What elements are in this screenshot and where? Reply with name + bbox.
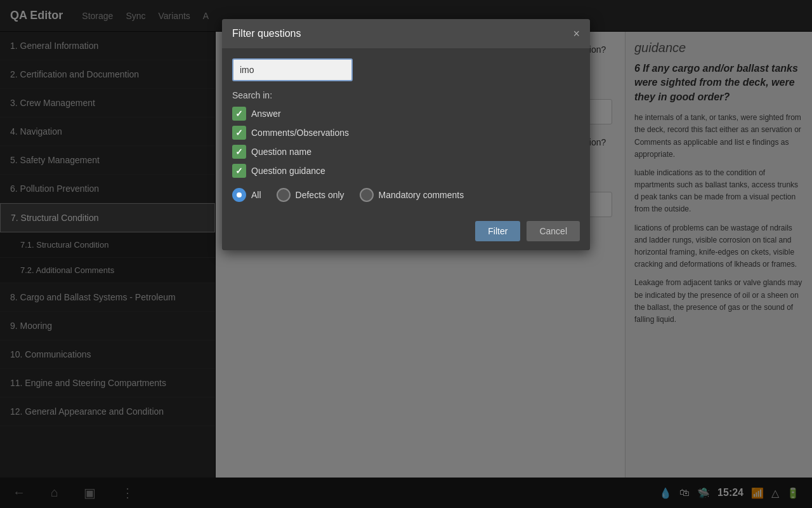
checkbox-comments-row[interactable]: Comments/Observations [232, 126, 580, 140]
filter-modal: Filter questions × Search in: Answer Com… [222, 19, 590, 250]
filter-mandatory-radio [360, 188, 374, 202]
checkbox-comments-label: Comments/Observations [251, 128, 349, 138]
filter-button[interactable]: Filter [475, 221, 520, 241]
checkbox-guidance-row[interactable]: Question guidance [232, 164, 580, 178]
modal-body: Search in: Answer Comments/Observations … [222, 48, 590, 212]
checkbox-answer[interactable] [232, 107, 246, 121]
checkbox-guidance[interactable] [232, 164, 246, 178]
modal-header: Filter questions × [222, 19, 590, 48]
modal-close-button[interactable]: × [573, 28, 580, 39]
checkbox-questionname[interactable] [232, 145, 246, 159]
cancel-button[interactable]: Cancel [527, 221, 580, 241]
checkbox-comments[interactable] [232, 126, 246, 140]
filter-mandatory-label: Mandatory comments [379, 190, 464, 200]
modal-search-input[interactable] [232, 58, 353, 81]
checkbox-answer-label: Answer [251, 109, 281, 119]
filter-all-radio [232, 188, 246, 202]
modal-overlay[interactable]: Filter questions × Search in: Answer Com… [0, 0, 812, 508]
modal-title: Filter questions [232, 28, 301, 39]
checkbox-guidance-label: Question guidance [251, 166, 325, 176]
checkbox-answer-row[interactable]: Answer [232, 107, 580, 121]
filter-all-label: All [251, 190, 261, 200]
filter-defects-radio [277, 188, 291, 202]
filter-radio-row: All Defects only Mandatory comments [232, 188, 580, 202]
filter-all-option[interactable]: All [232, 188, 261, 202]
checkbox-questionname-label: Question name [251, 147, 311, 157]
filter-defects-label: Defects only [296, 190, 344, 200]
checkbox-questionname-row[interactable]: Question name [232, 145, 580, 159]
filter-mandatory-option[interactable]: Mandatory comments [360, 188, 464, 202]
filter-defects-option[interactable]: Defects only [277, 188, 344, 202]
modal-footer: Filter Cancel [222, 212, 590, 250]
search-in-label: Search in: [232, 90, 580, 100]
